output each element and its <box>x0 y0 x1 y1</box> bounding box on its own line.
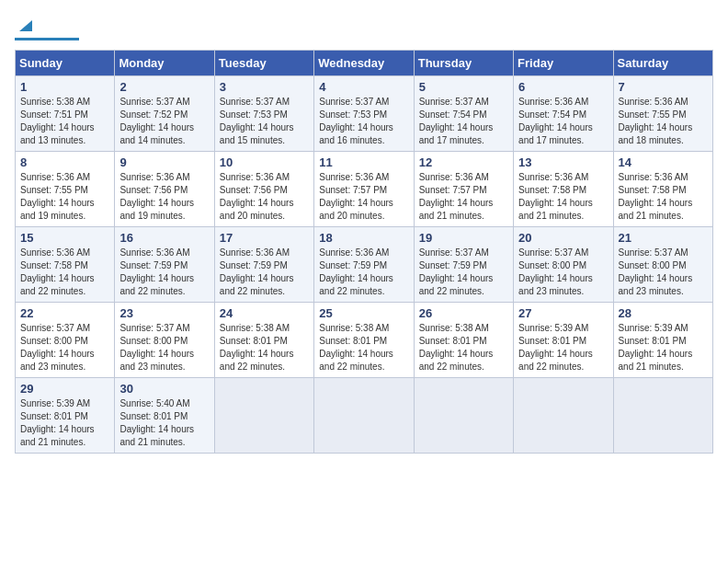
calendar-cell: 12Sunrise: 5:36 AMSunset: 7:57 PMDayligh… <box>414 152 513 227</box>
calendar-cell: 29Sunrise: 5:39 AMSunset: 8:01 PMDayligh… <box>16 378 115 454</box>
day-number: 15 <box>20 231 109 245</box>
calendar-cell: 5Sunrise: 5:37 AMSunset: 7:54 PMDaylight… <box>414 76 513 152</box>
calendar-cell: 30Sunrise: 5:40 AMSunset: 8:01 PMDayligh… <box>115 378 214 454</box>
cell-text: Sunrise: 5:37 AMSunset: 8:00 PMDaylight:… <box>518 247 593 296</box>
day-number: 14 <box>619 155 708 169</box>
day-number: 4 <box>319 80 408 94</box>
cell-text: Sunrise: 5:37 AMSunset: 7:53 PMDaylight:… <box>319 97 393 145</box>
day-number: 29 <box>20 382 109 396</box>
day-header-sunday: Sunday <box>16 51 115 76</box>
cell-text: Sunrise: 5:37 AMSunset: 7:52 PMDaylight:… <box>119 97 194 145</box>
calendar-cell: 13Sunrise: 5:36 AMSunset: 7:58 PMDayligh… <box>514 152 613 227</box>
calendar-cell <box>613 378 712 454</box>
calendar-cell: 10Sunrise: 5:36 AMSunset: 7:56 PMDayligh… <box>214 152 313 227</box>
cell-text: Sunrise: 5:37 AMSunset: 7:59 PMDaylight:… <box>419 247 494 296</box>
cell-text: Sunrise: 5:38 AMSunset: 8:01 PMDaylight:… <box>319 323 393 372</box>
day-number: 26 <box>419 306 508 320</box>
cell-text: Sunrise: 5:36 AMSunset: 7:58 PMDaylight:… <box>20 247 95 296</box>
cell-text: Sunrise: 5:36 AMSunset: 7:58 PMDaylight:… <box>518 172 593 221</box>
cell-text: Sunrise: 5:36 AMSunset: 7:57 PMDaylight:… <box>419 172 494 221</box>
day-header-friday: Friday <box>514 51 613 76</box>
cell-text: Sunrise: 5:36 AMSunset: 7:58 PMDaylight:… <box>619 172 693 221</box>
day-number: 30 <box>119 382 209 396</box>
calendar-cell <box>514 378 613 454</box>
cell-text: Sunrise: 5:36 AMSunset: 7:55 PMDaylight:… <box>619 97 693 145</box>
cell-text: Sunrise: 5:38 AMSunset: 7:51 PMDaylight:… <box>20 97 95 145</box>
calendar-week-row: 8Sunrise: 5:36 AMSunset: 7:55 PMDaylight… <box>16 152 713 227</box>
cell-text: Sunrise: 5:36 AMSunset: 7:59 PMDaylight:… <box>319 247 393 296</box>
calendar-cell: 17Sunrise: 5:36 AMSunset: 7:59 PMDayligh… <box>214 227 313 303</box>
day-number: 6 <box>518 80 608 94</box>
calendar-cell: 16Sunrise: 5:36 AMSunset: 7:59 PMDayligh… <box>115 227 214 303</box>
calendar-cell: 4Sunrise: 5:37 AMSunset: 7:53 PMDaylight… <box>314 76 414 152</box>
header <box>15 15 713 40</box>
cell-text: Sunrise: 5:37 AMSunset: 8:00 PMDaylight:… <box>619 247 693 296</box>
calendar-cell: 9Sunrise: 5:36 AMSunset: 7:56 PMDaylight… <box>115 152 214 227</box>
logo-underline <box>15 38 79 40</box>
day-number: 8 <box>20 155 109 169</box>
calendar-cell: 18Sunrise: 5:36 AMSunset: 7:59 PMDayligh… <box>314 227 414 303</box>
calendar-cell: 23Sunrise: 5:37 AMSunset: 8:00 PMDayligh… <box>115 303 214 378</box>
calendar-cell: 28Sunrise: 5:39 AMSunset: 8:01 PMDayligh… <box>613 303 712 378</box>
day-number: 1 <box>20 80 109 94</box>
day-number: 22 <box>20 306 109 320</box>
calendar-cell: 26Sunrise: 5:38 AMSunset: 8:01 PMDayligh… <box>414 303 513 378</box>
cell-text: Sunrise: 5:36 AMSunset: 7:57 PMDaylight:… <box>319 172 393 221</box>
day-number: 27 <box>518 306 608 320</box>
calendar-cell: 1Sunrise: 5:38 AMSunset: 7:51 PMDaylight… <box>16 76 115 152</box>
day-number: 7 <box>619 80 708 94</box>
calendar-cell: 7Sunrise: 5:36 AMSunset: 7:55 PMDaylight… <box>613 76 712 152</box>
calendar-cell: 15Sunrise: 5:36 AMSunset: 7:58 PMDayligh… <box>16 227 115 303</box>
logo-triangle-icon <box>17 17 34 33</box>
day-number: 9 <box>119 155 209 169</box>
calendar-cell: 25Sunrise: 5:38 AMSunset: 8:01 PMDayligh… <box>314 303 414 378</box>
cell-text: Sunrise: 5:36 AMSunset: 7:55 PMDaylight:… <box>20 172 95 221</box>
cell-text: Sunrise: 5:36 AMSunset: 7:59 PMDaylight:… <box>119 247 194 296</box>
day-number: 20 <box>518 231 608 245</box>
day-number: 13 <box>518 155 608 169</box>
calendar-cell: 22Sunrise: 5:37 AMSunset: 8:00 PMDayligh… <box>16 303 115 378</box>
cell-text: Sunrise: 5:36 AMSunset: 7:56 PMDaylight:… <box>220 172 294 221</box>
cell-text: Sunrise: 5:40 AMSunset: 8:01 PMDaylight:… <box>119 398 194 447</box>
calendar-cell: 20Sunrise: 5:37 AMSunset: 8:00 PMDayligh… <box>514 227 613 303</box>
calendar-cell: 8Sunrise: 5:36 AMSunset: 7:55 PMDaylight… <box>16 152 115 227</box>
calendar-cell: 27Sunrise: 5:39 AMSunset: 8:01 PMDayligh… <box>514 303 613 378</box>
day-number: 16 <box>119 231 209 245</box>
calendar-week-row: 22Sunrise: 5:37 AMSunset: 8:00 PMDayligh… <box>16 303 713 378</box>
day-number: 17 <box>220 231 309 245</box>
day-number: 25 <box>319 306 408 320</box>
cell-text: Sunrise: 5:37 AMSunset: 8:00 PMDaylight:… <box>20 323 95 372</box>
calendar-cell: 19Sunrise: 5:37 AMSunset: 7:59 PMDayligh… <box>414 227 513 303</box>
day-header-tuesday: Tuesday <box>214 51 313 76</box>
cell-text: Sunrise: 5:37 AMSunset: 7:53 PMDaylight:… <box>220 97 294 145</box>
day-number: 10 <box>220 155 309 169</box>
svg-marker-0 <box>19 20 32 31</box>
day-number: 3 <box>220 80 309 94</box>
day-number: 11 <box>319 155 408 169</box>
cell-text: Sunrise: 5:37 AMSunset: 8:00 PMDaylight:… <box>119 323 194 372</box>
day-number: 2 <box>119 80 209 94</box>
cell-text: Sunrise: 5:39 AMSunset: 8:01 PMDaylight:… <box>518 323 593 372</box>
logo <box>15 15 79 40</box>
cell-text: Sunrise: 5:38 AMSunset: 8:01 PMDaylight:… <box>220 323 294 372</box>
day-header-monday: Monday <box>115 51 214 76</box>
calendar-cell: 3Sunrise: 5:37 AMSunset: 7:53 PMDaylight… <box>214 76 313 152</box>
calendar-week-row: 15Sunrise: 5:36 AMSunset: 7:58 PMDayligh… <box>16 227 713 303</box>
calendar-cell <box>414 378 513 454</box>
day-number: 23 <box>119 306 209 320</box>
cell-text: Sunrise: 5:37 AMSunset: 7:54 PMDaylight:… <box>419 97 494 145</box>
day-header-saturday: Saturday <box>613 51 712 76</box>
day-number: 19 <box>419 231 508 245</box>
day-number: 24 <box>220 306 309 320</box>
cell-text: Sunrise: 5:39 AMSunset: 8:01 PMDaylight:… <box>20 398 95 447</box>
cell-text: Sunrise: 5:36 AMSunset: 7:56 PMDaylight:… <box>119 172 194 221</box>
days-header-row: SundayMondayTuesdayWednesdayThursdayFrid… <box>16 51 713 76</box>
cell-text: Sunrise: 5:36 AMSunset: 7:59 PMDaylight:… <box>220 247 294 296</box>
calendar-cell: 2Sunrise: 5:37 AMSunset: 7:52 PMDaylight… <box>115 76 214 152</box>
calendar-week-row: 29Sunrise: 5:39 AMSunset: 8:01 PMDayligh… <box>16 378 713 454</box>
calendar-cell: 6Sunrise: 5:36 AMSunset: 7:54 PMDaylight… <box>514 76 613 152</box>
calendar-week-row: 1Sunrise: 5:38 AMSunset: 7:51 PMDaylight… <box>16 76 713 152</box>
calendar-cell <box>214 378 313 454</box>
day-number: 5 <box>419 80 508 94</box>
calendar-cell <box>314 378 414 454</box>
